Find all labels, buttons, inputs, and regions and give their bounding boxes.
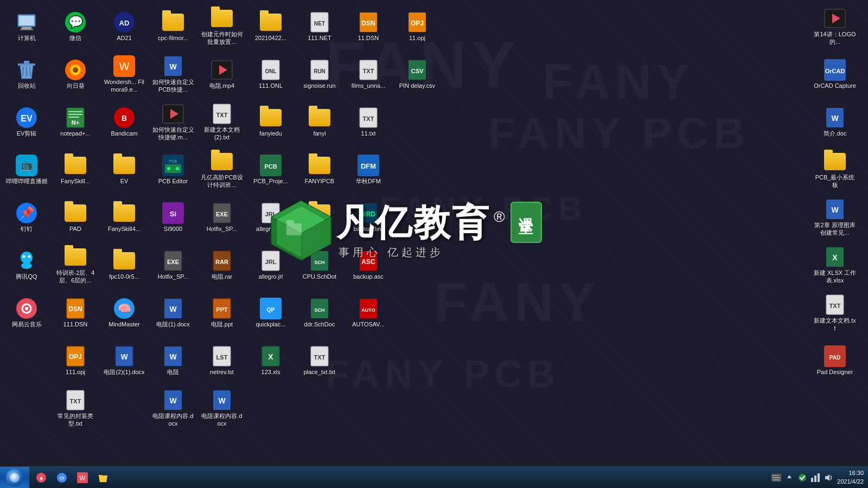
icon-hotfix3[interactable]: EXE Hotfix_SP... [198,194,246,241]
icon-computer[interactable]: 计算机 [3,3,50,50]
tray-network-icon[interactable] [810,472,821,483]
clock-display[interactable]: 16:30 2021/4/22 [837,469,864,486]
icon-sunflower[interactable]: 向日葵 [52,50,99,98]
icon-create-batch[interactable]: 创建元件时如何批量放置... [198,3,246,50]
icon-new-txt-right[interactable]: TXT 新建文本文档.txt [811,289,859,337]
icon-resistor-word[interactable]: W 电阻 [149,337,197,384]
icon-fanyiedu[interactable]: fanyiedu [247,98,295,146]
icon-new-txt2[interactable]: TXT 新建文本文档(2).txt [198,98,246,146]
icon-ch2-schematic[interactable]: W 第2章 原理图库创建常见... [811,194,859,241]
icon-fanyi-folder[interactable]: fanyi [296,98,343,146]
icon-resistor-course[interactable]: W 电阻课程内容.docx [149,384,197,432]
icon-label: 如何快速自定义PCB快捷... [151,79,195,93]
icon-ddr-schdoc[interactable]: SCH ddr.SchDoc [296,289,343,337]
icon-resistor-mp4[interactable]: 电阻.mp4 [198,50,246,98]
icon-huaqiu-dfm[interactable]: DFM 华秋DFM [344,146,392,194]
icon-intro-doc[interactable]: W 简介.doc [811,98,859,146]
svg-text:PCB: PCB [169,159,177,163]
icon-wondershare[interactable]: W Wondersh... Filmora9.e... [100,50,148,98]
svg-rect-143 [286,220,294,223]
icon-fanyi-advanced[interactable]: 凡亿高阶PCB设计特训班... [198,146,246,194]
icon-11txt[interactable]: TXT 11.txt [344,98,392,146]
icon-hotfix2[interactable]: EXE Hotfix_SP... [149,241,197,289]
icon-123xls[interactable]: X 123.xls [247,337,295,384]
icon-si9000[interactable]: Si Si9000 [149,194,197,241]
svg-text:📌: 📌 [20,206,35,220]
icon-fanyskill4[interactable]: FanySkill4... [100,194,148,241]
icon-wechat[interactable]: 💬 微信 [52,3,99,50]
icon-111dsn[interactable]: DSN 111.DSN [52,289,99,337]
icon-notepad[interactable]: N+ notepad+... [52,98,99,146]
icon-11opj[interactable]: OPJ 11.opj [393,3,441,50]
icon-mindmaster[interactable]: 🧠 MindMaster [100,289,148,337]
icon-fanyskill[interactable]: FanySkill... [52,146,99,194]
taskbar-icon-security[interactable]: ♦ [31,468,51,487]
icon-label: EV剪辑 [17,130,37,137]
films-txt-icon: TXT [358,59,379,81]
icon-qq[interactable]: 腾讯QQ [3,241,50,289]
svg-rect-4 [18,63,35,66]
svg-text:QP: QP [267,307,275,313]
icon-resistor-course2[interactable]: W 电阻课程内容.docx [198,384,246,432]
svg-text:💬: 💬 [68,15,84,29]
icon-pin-delay[interactable]: CSV PIN delay.csv [393,50,441,98]
icon-cpc[interactable]: cpc-filmor... [149,3,197,50]
taskbar-icon-browser[interactable]: ⟳ [52,468,72,487]
icon-111onl[interactable]: ONL 111.ONL [247,50,295,98]
start-button[interactable] [0,467,29,489]
taskbar-icon-folder[interactable] [93,468,113,487]
icon-place-txt[interactable]: TXT place_txt.txt [296,337,343,384]
icon-111opj[interactable]: OPJ 111.opj [52,337,99,384]
icon-signoise[interactable]: RUN signoise.run [296,50,343,98]
icon-resistor-docx1[interactable]: W 电阻(1).docx [149,289,197,337]
icon-11dsn[interactable]: DSN 11.DSN [344,3,392,50]
icon-111net[interactable]: NET 111.NET [296,3,343,50]
icon-dingding[interactable]: 📌 钉钉 [3,194,50,241]
word-icon-2: W [113,345,135,367]
icon-fanyipcb[interactable]: FANYIPCB [296,146,343,194]
icon-label: 电阻.rar [212,273,233,280]
icon-ev-folder[interactable]: EV [100,146,148,194]
icon-pcb-proj[interactable]: PCB PCB_Proje... [247,146,295,194]
icon-resistor-docx2[interactable]: W 电阻(2)(1).docx [100,337,148,384]
icon-orcad[interactable]: OrCAD OrCAD Capture [811,50,859,98]
icon-music[interactable]: 网易云音乐 [3,289,50,337]
svg-text:W: W [218,396,226,405]
icon-label: 11.DSN [358,35,379,42]
icon-autosave[interactable]: AUTO AUTOSAV... [344,289,392,337]
icon-bandicam[interactable]: B Bandicam [100,98,148,146]
word-icon-6: W [162,389,184,411]
icon-label: place_txt.txt [304,369,336,376]
icon-pcb-quick[interactable]: W 如何快速自定义PCB快捷... [149,50,197,98]
taskbar-icon-word[interactable]: W [73,468,92,487]
icon-column-2: AD AD21 W Wondersh... Filmora9.e... B Ba… [100,3,149,464]
icon-pad-designer[interactable]: PAD Pad Designer [811,337,859,384]
tray-volume-icon[interactable] [823,472,834,483]
icon-column-3: cpc-filmor... W 如何快速自定义PCB快捷... 如何快速自定义快… [149,3,198,464]
icon-fpc10[interactable]: fpc10-0r5... [100,241,148,289]
pcb-min-folder-icon [824,151,846,172]
icon-resistor-rar[interactable]: RAR 电阻.rar [198,241,246,289]
tray-antivirus-icon[interactable] [797,472,808,483]
icon-special-class[interactable]: 特训班-2层、4层、6层的... [52,241,99,289]
icon-package-txt[interactable]: TXT 常见的封装类型.txt [52,384,99,432]
icon-pcb-editor[interactable]: PCB PCB Editor [149,146,197,194]
icon-xlsx-workbook[interactable]: X 新建 XLSX 工作表.xlsx [811,241,859,289]
icon-logo14[interactable]: 第14讲：LOGO的... [811,3,859,50]
icon-pad[interactable]: PAD [52,194,99,241]
icon-20210422[interactable]: 20210422... [247,3,295,50]
icon-netrev-lst[interactable]: LST netrev.lst [198,337,246,384]
icon-recycle[interactable]: 回收站 [3,50,50,98]
svg-text:DFM: DFM [361,162,376,170]
icon-ev-cut[interactable]: EV EV剪辑 [3,98,50,146]
tray-keyboard-icon[interactable] [771,472,782,483]
icon-label: 电阻(2)(1).docx [104,369,144,376]
icon-pcb-min[interactable]: PCB_最小系统板 [811,146,859,194]
icon-films[interactable]: TXT films_unna... [344,50,392,98]
icon-resistor-ppt[interactable]: PPT 电阻.ppt [198,289,246,337]
icon-ad21[interactable]: AD AD21 [100,3,148,50]
icon-quickplace[interactable]: QP quickplac... [247,289,295,337]
tray-chevron-icon[interactable] [784,472,795,483]
icon-quick-key-video[interactable]: 如何快速自定义快捷键.m... [149,98,197,146]
icon-bilibili[interactable]: 📺 哔哩哔哩直播姬 [3,146,50,194]
